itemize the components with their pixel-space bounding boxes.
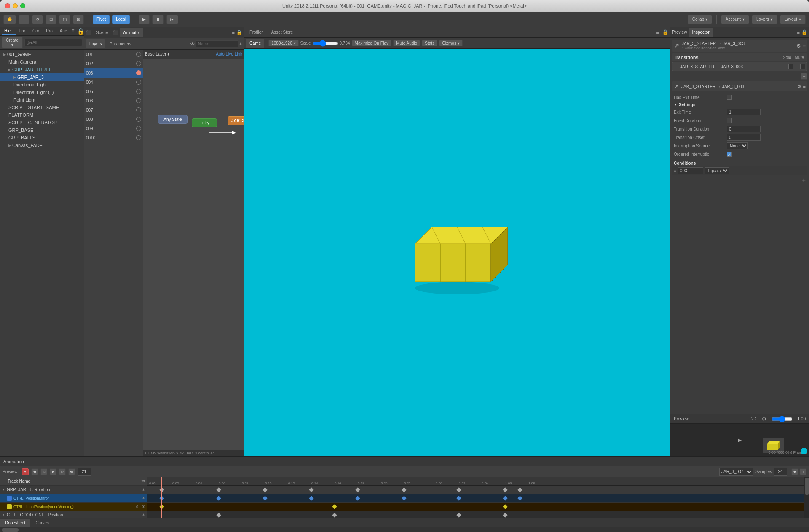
auc-tab[interactable]: Auc. <box>57 28 71 35</box>
keyframe[interactable] <box>503 487 507 492</box>
keyframe[interactable] <box>216 513 221 517</box>
keyframe[interactable] <box>309 487 313 492</box>
keyframe[interactable] <box>355 487 360 492</box>
pro-tab2[interactable]: Pro. <box>43 28 56 35</box>
move-tool-button[interactable]: ✛ <box>19 15 29 24</box>
add-layer-button[interactable]: + <box>239 40 242 47</box>
keyframe[interactable] <box>402 487 406 492</box>
keyframe[interactable] <box>309 496 313 500</box>
rect-tool-button[interactable]: ▢ <box>59 15 70 24</box>
add-condition-btn[interactable]: + <box>802 176 806 184</box>
keyframe[interactable] <box>332 513 337 517</box>
keyframe[interactable] <box>517 496 522 500</box>
cor-tab[interactable]: Cor. <box>30 28 43 35</box>
interruption-source-select[interactable]: None <box>727 142 748 149</box>
keyframe[interactable] <box>517 487 522 492</box>
keyframe[interactable] <box>263 487 267 492</box>
fixed-duration-checkbox[interactable] <box>727 118 732 123</box>
gizmos-btn[interactable]: Gizmos ▾ <box>439 40 463 46</box>
transition-offset-input[interactable] <box>727 134 761 141</box>
sel-options-icon[interactable]: ≡ <box>803 84 806 89</box>
record-btn[interactable]: ● <box>22 468 29 475</box>
hand-tool-button[interactable]: ✋ <box>3 15 16 24</box>
transition-options-icon[interactable]: ≡ <box>803 43 806 49</box>
condition-value-input[interactable] <box>678 167 703 174</box>
transition-item[interactable]: → JAR_3_STARTER → JAR_3_003 <box>672 62 807 71</box>
layer-row-009[interactable]: 009 <box>84 124 143 133</box>
clip-select[interactable]: JAR_3_007 <box>719 468 753 476</box>
layer-search[interactable] <box>196 40 238 47</box>
parameters-tab[interactable]: Parameters <box>106 39 135 48</box>
animation-timeline[interactable]: 0:00 0:02 0:04 0:06 0:08 0:10 0:12 0:14 … <box>147 477 804 518</box>
collab-button[interactable]: Collab ▾ <box>688 15 712 24</box>
settings-icon[interactable]: ⚙ <box>796 43 801 49</box>
hierarchy-settings-icon[interactable]: ≡ <box>72 28 75 35</box>
pause-button[interactable]: ⏸ <box>152 15 164 24</box>
account-dropdown[interactable]: Account ▾ <box>721 15 749 24</box>
hier-item-dir-light-1[interactable]: Directional Light (1) <box>0 88 84 96</box>
transition-duration-input[interactable] <box>727 126 761 132</box>
scene-tab[interactable]: Scene <box>93 28 111 37</box>
minimize-button[interactable] <box>13 3 18 8</box>
keyframe[interactable] <box>159 496 164 500</box>
settings-toggle[interactable]: ▼ Settings <box>672 102 807 108</box>
frame-number-input[interactable] <box>78 468 91 476</box>
keyframe[interactable] <box>332 504 337 509</box>
expand-icon[interactable]: ▼ <box>2 513 5 517</box>
layer-row-008[interactable]: 008 <box>84 115 143 124</box>
hier-item-main-camera[interactable]: Main Camera <box>0 58 84 66</box>
hier-item-grp-jar-3[interactable]: ▶ GRP_JAR_3 <box>0 73 84 81</box>
hier-item-grp-jar-three[interactable]: ▶ GRP_JAR_THREE <box>0 66 84 73</box>
resolution-dropdown[interactable]: 1080x1920 ▾ <box>268 40 298 46</box>
preview-nav-icon[interactable] <box>801 448 807 454</box>
animator-menu-icon[interactable]: ≡ <box>232 30 235 35</box>
layer-row-006[interactable]: 006 <box>84 96 143 105</box>
keyframe[interactable] <box>263 496 267 500</box>
layer-row-004[interactable]: 004 <box>84 78 143 87</box>
add-keyframe-btn[interactable]: ◆ <box>791 468 798 475</box>
game-tab[interactable]: Game <box>246 39 264 48</box>
hier-item-point-light[interactable]: Point Light <box>0 96 84 104</box>
hier-item-001_game[interactable]: ▶ 001_GAME* <box>0 51 84 58</box>
track-ctrl-pos-mirror[interactable]: CTRL: PositionMirror 👁 <box>0 494 147 503</box>
sm-node-anystate[interactable]: Any State <box>158 115 188 124</box>
keyframe[interactable] <box>456 496 461 500</box>
keyframe[interactable] <box>503 513 507 517</box>
hierarchy-search[interactable] <box>24 39 82 46</box>
curves-tab[interactable]: Curves <box>30 519 54 527</box>
preview-settings-icon[interactable]: ⚙ <box>762 416 766 422</box>
layer-row-001[interactable]: 001 <box>84 50 143 59</box>
layer-row-003[interactable]: 003 <box>84 68 143 78</box>
maximize-button[interactable] <box>20 3 25 8</box>
keyframe[interactable] <box>216 496 221 500</box>
layers-dropdown[interactable]: Layers ▾ <box>752 15 777 24</box>
sm-node-entry[interactable]: Entry <box>192 118 217 127</box>
track-ctrl-good-one[interactable]: ▼ CTRL_GOOD_ONE : Position 👁 <box>0 511 147 518</box>
ordered-interruptible-checkbox[interactable]: ✓ <box>727 152 732 157</box>
preview-play-btn[interactable]: ▶ <box>738 437 742 443</box>
inspector-tab[interactable]: Inspector <box>689 28 713 37</box>
hier-tab[interactable]: Hier. <box>2 28 16 35</box>
sm-node-jar-starter[interactable]: JAR_3_STARTER <box>228 116 244 125</box>
play-anim-btn[interactable]: ▶ <box>50 468 56 475</box>
track-eye-icon[interactable]: 👁 <box>142 505 145 509</box>
layers-tab[interactable]: Layers <box>86 39 105 48</box>
pro-tab1[interactable]: Pro. <box>16 28 29 35</box>
next-frame-btn[interactable]: ▷ <box>59 468 66 475</box>
layer-row-007[interactable]: 007 <box>84 105 143 115</box>
vertical-scrollbar[interactable] <box>804 477 809 518</box>
hierarchy-lock-icon[interactable]: 🔒 <box>77 28 84 35</box>
rotate-tool-button[interactable]: ↻ <box>32 15 43 24</box>
close-button[interactable] <box>5 3 10 8</box>
keyframe[interactable] <box>216 487 221 492</box>
mute-audio-btn[interactable]: Mute Audio <box>393 40 420 46</box>
stats-btn[interactable]: Stats <box>422 40 437 46</box>
layer-row-0010[interactable]: 0010 <box>84 133 143 142</box>
hier-item-canvas-fade[interactable]: ▶ Canvas_FADE <box>0 142 84 149</box>
panel-menu-icon[interactable]: ≡ <box>656 30 659 35</box>
scroll-thumb[interactable] <box>805 478 809 495</box>
keyframe[interactable] <box>355 496 360 500</box>
create-button[interactable]: Create ▾ <box>2 37 23 48</box>
transform-tool-button[interactable]: ⊞ <box>73 15 84 24</box>
keyframe[interactable] <box>503 504 507 509</box>
